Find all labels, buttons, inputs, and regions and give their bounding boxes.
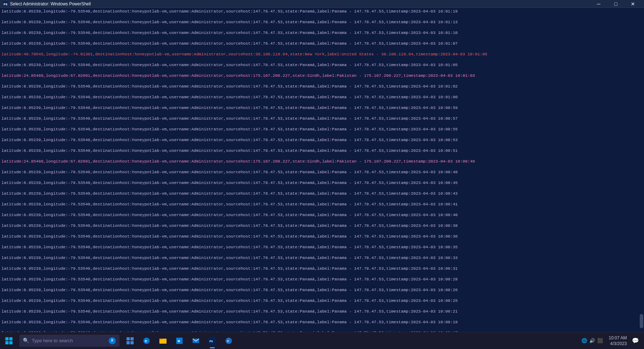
terminal-line: latitude:8.95239,longitude:-79.53540,des… [1, 287, 643, 293]
terminal-line: latitude:8.95239,longitude:-79.53540,des… [1, 84, 643, 89]
terminal-line: latitude:8.95239,longitude:-79.53540,des… [1, 309, 643, 314]
terminal-line: latitude:8.95239,longitude:-79.53540,des… [1, 9, 643, 14]
terminal-line: latitude:8.95239,longitude:-79.53540,des… [1, 62, 643, 68]
svg-text:PS: PS [4, 3, 8, 6]
powershell-taskbar-button[interactable]: PS [204, 332, 220, 349]
taskbar-icons: e W PS [122, 332, 237, 349]
notification-center-button[interactable]: 💬 [630, 332, 641, 349]
scrollbar[interactable] [639, 8, 644, 332]
file-explorer-icon [159, 337, 167, 345]
system-tray: 🌐 🔊 ⬛ [579, 338, 606, 344]
windows-logo [5, 337, 13, 344]
terminal-area[interactable]: latitude:8.95239,longitude:-79.53540,des… [0, 8, 644, 332]
svg-rect-4 [127, 341, 130, 344]
terminal-line: latitude:8.95239,longitude:-79.53540,des… [1, 234, 643, 239]
terminal-line: latitude:24.85488,longitude:67.02601,des… [1, 159, 643, 164]
edge-icon: e [143, 337, 150, 345]
search-placeholder-text: Type here to search [32, 338, 73, 343]
powershell-icon: PS [3, 1, 8, 6]
terminal-line: latitude:8.95239,longitude:-79.53540,des… [1, 41, 643, 46]
taskbar: 🔍 Type here to search b e [0, 332, 644, 349]
window-title: Select Administrator: Windows PowerShell [10, 1, 91, 6]
svg-rect-3 [130, 337, 134, 340]
ie-icon: e [225, 337, 233, 345]
terminal-output: latitude:8.95239,longitude:-79.53540,des… [1, 9, 643, 332]
terminal-line: latitude:8.95239,longitude:-79.53540,des… [1, 169, 643, 175]
cortana-icon[interactable]: b [109, 337, 116, 344]
terminal-line: latitude:8.95239,longitude:-79.53540,des… [1, 137, 643, 143]
edge-button[interactable]: e [139, 332, 154, 349]
svg-text:PS: PS [209, 340, 213, 343]
mail-icon [192, 337, 200, 345]
close-button[interactable]: ✕ [625, 0, 641, 8]
svg-text:W: W [178, 339, 180, 343]
terminal-line: latitude:8.95239,longitude:-79.53540,des… [1, 94, 643, 100]
taskbar-right: 🌐 🔊 ⬛ 10:07 AM 4/3/2023 💬 [579, 332, 644, 349]
powershell-taskbar-icon: PS [208, 337, 216, 345]
svg-rect-9 [159, 339, 163, 340]
battery-icon: ⬛ [597, 338, 603, 344]
terminal-line: latitude:8.95239,longitude:-79.53540,des… [1, 266, 643, 271]
file-explorer-button[interactable] [155, 332, 171, 349]
terminal-line: latitude:8.95239,longitude:-79.53540,des… [1, 212, 643, 218]
svg-rect-5 [130, 341, 134, 344]
date-display: 4/3/2023 [610, 341, 627, 346]
store-icon: W [175, 337, 183, 345]
terminal-line: latitude:8.95239,longitude:-79.53540,des… [1, 201, 643, 207]
svg-text:e: e [227, 339, 229, 343]
terminal-line: latitude:8.95239,longitude:-79.53540,des… [1, 148, 643, 153]
terminal-line: latitude:40.70545,longitude:-74.01301,de… [1, 51, 643, 57]
terminal-line: latitude:8.95239,longitude:-79.53540,des… [1, 116, 643, 121]
speaker-icon[interactable]: 🔊 [589, 338, 595, 344]
scrollbar-thumb[interactable] [640, 314, 643, 328]
search-icon: 🔍 [23, 338, 29, 344]
terminal-line: latitude:8.95239,longitude:-79.53540,des… [1, 105, 643, 110]
terminal-line: latitude:8.95239,longitude:-79.53540,des… [1, 191, 643, 196]
minimize-button[interactable]: ─ [590, 0, 607, 8]
title-bar-controls: ─ □ ✕ [590, 0, 641, 8]
terminal-line: latitude:8.95239,longitude:-79.53540,des… [1, 126, 643, 132]
svg-text:e: e [145, 339, 147, 343]
terminal-line: latitude:8.95239,longitude:-79.53540,des… [1, 244, 643, 250]
mail-button[interactable] [188, 332, 204, 349]
clock[interactable]: 10:07 AM 4/3/2023 [607, 335, 628, 346]
terminal-line: latitude:8.95239,longitude:-79.53540,des… [1, 298, 643, 303]
task-view-button[interactable] [122, 332, 138, 349]
terminal-line: latitude:8.95239,longitude:-79.53540,des… [1, 319, 643, 325]
taskbar-search[interactable]: 🔍 Type here to search b [19, 335, 119, 347]
terminal-line: latitude:8.95239,longitude:-79.53540,des… [1, 223, 643, 228]
time-display: 10:07 AM [609, 335, 627, 341]
task-view-icon [126, 337, 134, 345]
maximize-button[interactable]: □ [608, 0, 624, 8]
terminal-line: latitude:24.85488,longitude:67.02601,des… [1, 73, 643, 78]
svg-rect-2 [127, 337, 130, 340]
ie-button[interactable]: e [221, 332, 237, 349]
terminal-line: latitude:8.95239,longitude:-79.53540,des… [1, 30, 643, 35]
network-icon[interactable]: 🌐 [581, 338, 587, 344]
terminal-line: latitude:8.95239,longitude:-79.53540,des… [1, 180, 643, 185]
store-button[interactable]: W [172, 332, 187, 349]
start-button[interactable] [0, 332, 18, 349]
terminal-line: latitude:8.95239,longitude:-79.53540,des… [1, 276, 643, 282]
title-bar: PS Select Administrator: Windows PowerSh… [0, 0, 644, 8]
terminal-line: latitude:8.95239,longitude:-79.53540,des… [1, 19, 643, 25]
title-bar-left: PS Select Administrator: Windows PowerSh… [3, 1, 91, 6]
terminal-line: latitude:8.95239,longitude:-79.53540,des… [1, 255, 643, 260]
